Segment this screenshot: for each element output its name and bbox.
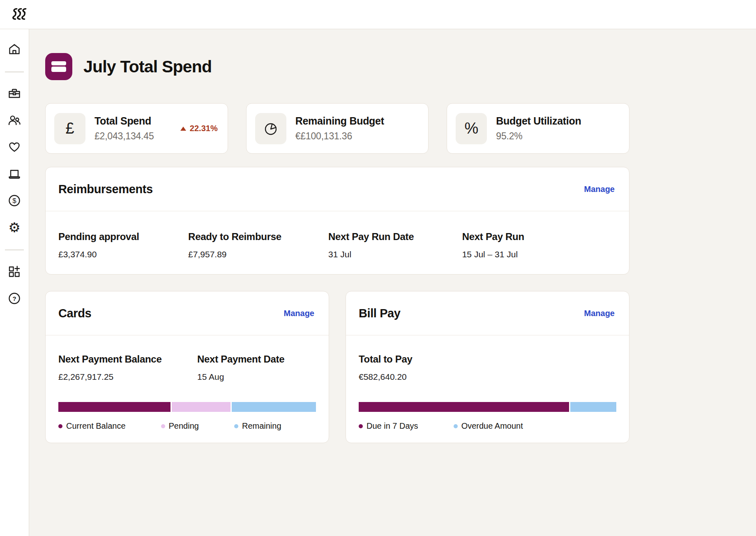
page-header: July Total Spend: [45, 53, 629, 80]
stat-card-budget-utilization: % Budget Utilization 95.2%: [447, 103, 629, 154]
bar-segment-pending: [172, 402, 230, 412]
percent-icon: %: [456, 113, 487, 144]
top-bar: [0, 0, 756, 29]
legend-label: Pending: [169, 421, 199, 431]
bill-pay-manage-link[interactable]: Manage: [584, 309, 615, 318]
bill-pay-header: Bill Pay Manage: [346, 291, 629, 335]
delta-value: 22.31%: [190, 124, 218, 133]
cards-col-next-payment-date: Next Payment Date 15 Aug: [197, 353, 316, 382]
stat-label: Total Spend: [94, 115, 154, 127]
balance-stacked-bar: [58, 402, 316, 412]
reimb-col-pending-approval: Pending approval £3,374.90: [58, 231, 188, 259]
billpay-col-total-to-pay: Total to Pay €582,640.20: [359, 353, 498, 382]
legend-label: Due in 7 Days: [366, 421, 418, 431]
legend-item-due-in-7-days: Due in 7 Days: [359, 421, 418, 431]
ramp-logo[interactable]: [11, 7, 30, 21]
legend-item-current-balance: Current Balance: [58, 421, 126, 431]
reimb-col-next-pay-run: Next Pay Run 15 Jul – 31 Jul: [462, 231, 616, 259]
bill-pay-panel: Bill Pay Manage Total to Pay €582,640.20: [346, 291, 629, 443]
stat-card-total-spend: £ Total Spend £2,043,134.45 22.31%: [45, 103, 228, 154]
stat-card-remaining-budget: Remaining Budget €£100,131.36: [246, 103, 429, 154]
legend-dot: [454, 424, 458, 428]
legend-item-pending: Pending: [161, 421, 199, 431]
pie-chart-icon: [255, 113, 286, 144]
spend-delta-badge: 22.31%: [180, 124, 218, 133]
panel-title: Cards: [58, 307, 91, 320]
credit-card-icon: [45, 53, 72, 80]
reimbursements-body: Pending approval £3,374.90 Ready to Reim…: [46, 211, 629, 259]
legend-dot: [161, 424, 165, 428]
bar-segment-overdue-amount: [570, 402, 616, 412]
home-icon[interactable]: [7, 42, 22, 57]
page-title: July Total Spend: [83, 57, 212, 76]
reimb-col-ready-to-reimburse: Ready to Reimburse £7,957.89: [188, 231, 328, 259]
briefcase-icon[interactable]: [7, 86, 22, 102]
legend-dot: [359, 424, 363, 428]
cards-panel: Cards Manage Next Payment Balance £2,267…: [45, 291, 329, 443]
cards-manage-link[interactable]: Manage: [284, 309, 314, 318]
bottom-row: Cards Manage Next Payment Balance £2,267…: [45, 291, 629, 443]
sidebar-divider: [5, 250, 24, 250]
stat-value: 95.2%: [496, 131, 581, 142]
legend-item-remaining: Remaining: [234, 421, 281, 431]
svg-text:$: $: [12, 197, 16, 205]
stat-value: €£100,131.36: [295, 131, 384, 142]
dashboard-page: $ ⚙ ?: [0, 0, 756, 536]
legend-label: Current Balance: [66, 421, 126, 431]
laptop-icon[interactable]: [7, 166, 22, 182]
bar-segment-current-balance: [58, 402, 171, 412]
bar-segment-remaining: [232, 402, 316, 412]
cards-header: Cards Manage: [46, 291, 329, 335]
apps-add-icon[interactable]: [7, 264, 22, 280]
pound-icon: £: [54, 113, 85, 144]
billpay-stacked-bar: [359, 402, 616, 412]
panel-title: Reimbursements: [58, 183, 153, 196]
legend-dot: [234, 424, 238, 428]
main-content: July Total Spend £ Total Spend £2,043,13…: [29, 29, 756, 536]
legend-dot: [58, 424, 62, 428]
gear-icon[interactable]: ⚙: [7, 219, 22, 235]
panel-title: Bill Pay: [359, 307, 401, 320]
legend-item-overdue-amount: Overdue Amount: [454, 421, 523, 431]
stats-row: £ Total Spend £2,043,134.45 22.31%: [45, 103, 629, 154]
up-arrow-icon: [180, 127, 186, 131]
cards-col-next-payment-balance: Next Payment Balance £2,267,917.25: [58, 353, 197, 382]
svg-text:?: ?: [12, 295, 16, 302]
stat-label: Remaining Budget: [295, 115, 384, 127]
reimbursements-header: Reimbursements Manage: [46, 167, 629, 211]
reimbursements-manage-link[interactable]: Manage: [584, 185, 615, 194]
cards-legend: Current Balance Pending Remaining: [58, 421, 316, 431]
stat-label: Budget Utilization: [496, 115, 581, 127]
help-icon[interactable]: ?: [7, 291, 22, 306]
people-icon[interactable]: [7, 113, 22, 128]
dollar-circle-icon[interactable]: $: [7, 193, 22, 208]
legend-label: Remaining: [242, 421, 281, 431]
reimbursements-panel: Reimbursements Manage Pending approval £…: [45, 167, 629, 275]
sidebar-nav: $ ⚙ ?: [0, 29, 29, 536]
legend-label: Overdue Amount: [461, 421, 523, 431]
bar-segment-due-in-7-days: [359, 402, 569, 412]
stat-value: £2,043,134.45: [94, 131, 154, 142]
heart-icon[interactable]: [7, 139, 22, 155]
billpay-legend: Due in 7 Days Overdue Amount: [359, 421, 616, 431]
sidebar-divider: [5, 72, 24, 72]
reimb-col-next-pay-run-date: Next Pay Run Date 31 Jul: [328, 231, 462, 259]
